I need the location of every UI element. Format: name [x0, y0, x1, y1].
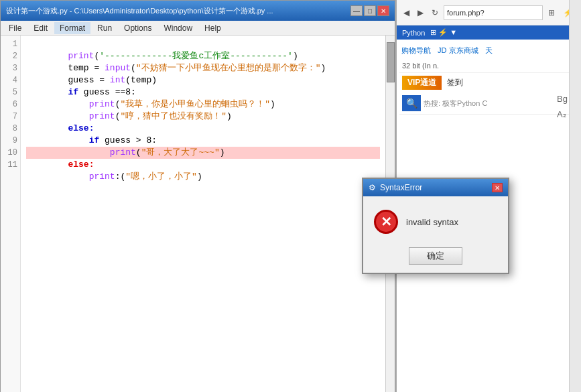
ok-button[interactable]: 确定 — [409, 247, 462, 265]
close-button[interactable]: ✕ — [377, 5, 389, 16]
line-num-3: 3 — [1, 62, 17, 74]
search-bar: 🔍 热搜: 极客Python C — [399, 92, 578, 115]
sign-badge[interactable]: 签到 — [447, 77, 463, 88]
ide-title: 设计第一个游戏.py - C:\Users\Administrator\Desk… — [6, 6, 350, 16]
line-num-5: 5 — [1, 86, 17, 99]
search-hint: 热搜: 极客Python C — [424, 99, 487, 109]
line-num-11: 11 — [1, 159, 17, 171]
error-message: invalid syntax — [406, 217, 458, 227]
ide-editor-area: 1 2 3 4 5 6 7 8 9 10 11 print('---------… — [1, 36, 395, 392]
maximize-button[interactable]: □ — [364, 5, 376, 16]
minimize-button[interactable]: — — [350, 5, 363, 16]
python-version: 32 bit (In — [402, 62, 431, 70]
dialog-title-icon: ⚙ — [369, 183, 376, 192]
line-num-1: 1 — [1, 38, 17, 50]
tab-shopping-nav[interactable]: 购物导航 — [399, 45, 433, 56]
menu-edit[interactable]: Edit — [28, 22, 53, 34]
menu-format[interactable]: Format — [54, 22, 90, 34]
dialog-title-text: SyntaxError — [380, 183, 488, 192]
menu-window[interactable]: Window — [158, 22, 198, 34]
line-num-10: 10 — [1, 147, 17, 159]
line-num-4: 4 — [1, 74, 17, 86]
right-edge-bar — [569, 0, 581, 392]
browser-toolbar: ◀ ▶ ↻ ⊞ ⚡ ▼ — [397, 0, 581, 25]
syntax-error-dialog: ⚙ SyntaxError ✕ ✕ invalid syntax 确定 — [362, 178, 509, 274]
tab-day[interactable]: 天 — [483, 45, 495, 56]
line-num-8: 8 — [1, 123, 17, 135]
a2-icon: A₂ — [557, 109, 568, 117]
line-num-6: 6 — [1, 99, 17, 111]
line-num-2: 2 — [1, 50, 17, 62]
vip-bar: VIP通道 签到 — [399, 73, 578, 92]
dialog-titlebar: ⚙ SyntaxError ✕ — [363, 179, 508, 196]
grid-icon: ⊞ — [545, 7, 558, 19]
line-numbers: 1 2 3 4 5 6 7 8 9 10 11 — [1, 36, 21, 392]
tab-jd[interactable]: JD 京东商城 — [436, 45, 480, 56]
ide-menubar: File Edit Format Run Options Window Help — [1, 21, 395, 36]
scrollbar-thumb[interactable] — [387, 42, 395, 82]
line-num-9: 9 — [1, 135, 17, 147]
menu-file[interactable]: File — [3, 22, 27, 34]
error-icon: ✕ — [374, 210, 398, 234]
refresh-button[interactable]: ↻ — [429, 7, 441, 19]
line-num-7: 7 — [1, 111, 17, 123]
error-x: ✕ — [381, 214, 392, 230]
menu-help[interactable]: Help — [199, 22, 227, 34]
bg-icon: Bg — [557, 94, 568, 104]
forum-tabs: 购物导航 JD 京东商城 天 — [399, 45, 578, 56]
code-line-1: print('-------------我爱鱼c工作室-----------') — [26, 38, 380, 50]
forum-controls: ⊞ ⚡ ▼ — [430, 28, 457, 37]
dialog-close-button[interactable]: ✕ — [492, 183, 503, 192]
forum-header: Python ⊞ ⚡ ▼ — [397, 25, 581, 40]
code-editor[interactable]: print('-------------我爱鱼c工作室-----------')… — [21, 36, 385, 392]
titlebar-controls: — □ ✕ — [350, 5, 389, 16]
ide-titlebar: 设计第一个游戏.py - C:\Users\Administrator\Desk… — [1, 1, 395, 21]
dialog-footer: 确定 — [363, 242, 508, 273]
menu-run[interactable]: Run — [92, 22, 117, 34]
url-bar[interactable] — [444, 5, 543, 20]
forward-button[interactable]: ▶ — [415, 7, 426, 19]
vip-badge[interactable]: VIP通道 — [402, 76, 442, 90]
menu-options[interactable]: Options — [119, 22, 157, 34]
python-info: 32 bit (In n. — [399, 59, 578, 73]
browser-content: 购物导航 JD 京东商城 天 32 bit (In n. VIP通道 签到 🔍 … — [397, 40, 581, 117]
forum-title: Python — [402, 29, 425, 37]
right-icons: Bg A₂ — [557, 94, 568, 117]
dialog-body: ✕ invalid syntax — [363, 196, 508, 242]
ide-window: 设计第一个游戏.py - C:\Users\Administrator\Desk… — [0, 0, 395, 392]
back-button[interactable]: ◀ — [401, 7, 412, 19]
search-button[interactable]: 🔍 — [402, 95, 421, 111]
